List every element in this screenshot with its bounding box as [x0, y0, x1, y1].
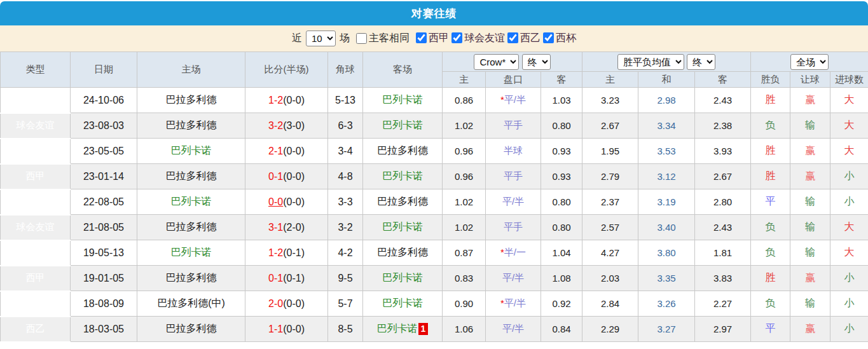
home-team-name: 巴拉多利德: [166, 94, 217, 105]
match-type-cell: 球会友谊: [1, 291, 71, 317]
score-fulltime: 1-2: [268, 95, 283, 106]
handicap-text: 平/半: [502, 196, 524, 207]
avg-away-cell: 2.80: [695, 189, 751, 215]
handicap-cell: *平/半: [486, 291, 541, 317]
corners-cell: 3-3: [328, 189, 363, 215]
match-type-cell: 西甲: [1, 266, 71, 291]
league-checkbox[interactable]: [507, 32, 518, 43]
avg-draw-cell: 3.19: [638, 189, 695, 215]
league-filter-3[interactable]: 西乙: [506, 32, 541, 43]
handicap-cell: 平手: [486, 164, 541, 189]
score-halftime: (0-1): [283, 273, 305, 284]
col-header-corners: 角球: [328, 52, 363, 88]
away-team-name: 巴列卡诺: [377, 323, 418, 334]
avg-home-cell: 2.29: [582, 317, 638, 342]
away-team-name: 巴列卡诺: [382, 272, 423, 283]
league-filters: 西甲球会友谊西乙西杯: [413, 32, 576, 45]
odds-time-select[interactable]: 终: [522, 54, 551, 70]
score-cell: 1-1(0-0): [245, 317, 328, 342]
handicap-text: 平手: [504, 221, 523, 232]
filter-bar: 近 10 场 主客相同 西甲球会友谊西乙西杯: [0, 25, 868, 51]
away-team-cell: 巴列卡诺1: [363, 317, 443, 342]
subcol-result-wdl: 胜负: [751, 72, 790, 88]
handicap-text: 半球: [504, 145, 523, 156]
odds-company-select[interactable]: Crow*: [474, 54, 519, 70]
home-team-cell: 巴拉多利德: [137, 164, 245, 189]
away-team-cell: 巴列卡诺: [363, 113, 443, 139]
score-cell: 3-2(3-0): [245, 113, 328, 139]
avg-draw-cell: 3.35: [638, 266, 695, 291]
league-checkbox[interactable]: [451, 32, 462, 43]
result-wdl-cell: 平: [751, 189, 790, 215]
handicap-cell: 平/半: [486, 189, 541, 215]
league-filter-1[interactable]: 西甲: [415, 32, 449, 43]
avg-draw-cell: 3.12: [638, 164, 695, 189]
subcol-odds-handicap: 盘口: [486, 72, 541, 88]
away-team-name: 巴列卡诺: [382, 94, 423, 105]
league-checkbox[interactable]: [543, 32, 554, 43]
handicap-cell: *平/半: [486, 88, 541, 113]
odds-away-cell: 0.93: [541, 139, 582, 164]
table-row: 西乙 18-03-05 巴拉多利德 1-1(0-0) 8-5 巴列卡诺1 1.0…: [1, 317, 868, 342]
avg-home-cell: 2.03: [582, 266, 638, 291]
result-group-header: 全场: [751, 52, 868, 72]
avg-home-cell: 2.84: [582, 291, 638, 317]
corners-cell: 8-5: [328, 317, 363, 342]
league-filter-4[interactable]: 西杯: [542, 32, 576, 43]
score-cell: 0-1(0-0): [245, 164, 328, 189]
away-team-cell: 巴拉多利德: [363, 139, 443, 164]
result-goals-cell: 大: [830, 113, 868, 139]
score-cell: 0-1(0-1): [245, 266, 328, 291]
handicap-cell: 平手: [486, 113, 541, 139]
away-team-name: 巴拉多利德: [377, 196, 428, 207]
match-date-cell: 18-03-05: [71, 317, 137, 342]
scope-select[interactable]: 全场: [790, 54, 829, 70]
odds-away-cell: 1.04: [541, 240, 582, 266]
result-handicap-cell: 输: [790, 215, 830, 240]
avg-draw-cell: 3.26: [638, 291, 695, 317]
subcol-avg-draw: 和: [638, 72, 695, 88]
home-team-cell: 巴列卡诺: [137, 189, 245, 215]
away-team-name: 巴列卡诺: [382, 298, 423, 308]
avg-home-cell: 2.67: [582, 113, 638, 139]
handicap-text: 平/半: [504, 298, 526, 308]
avg-time-select[interactable]: 终: [687, 54, 715, 70]
home-team-name: 巴拉多利德: [166, 120, 217, 130]
odds-away-cell: 0.92: [541, 291, 582, 317]
result-goals-cell: 大: [830, 88, 868, 113]
home-team-name: 巴列卡诺: [171, 247, 212, 257]
score-cell: 1-2(0-0): [245, 88, 328, 113]
score-halftime: (0-0): [283, 95, 305, 106]
subcol-avg-home: 主: [582, 72, 638, 88]
section-header: 对赛往绩: [0, 1, 868, 25]
result-handicap-cell: 输: [790, 291, 830, 317]
score-halftime: (0-0): [283, 196, 305, 207]
match-date-cell: 24-10-06: [71, 88, 137, 113]
odds-away-cell: 0.93: [541, 164, 582, 189]
avg-group-header: 胜平负均值 终: [582, 52, 751, 72]
score-cell: 1-2(0-1): [245, 240, 328, 266]
handicap-text: 平/半: [504, 94, 526, 105]
corners-cell: 3-2: [328, 215, 363, 240]
league-filter-2[interactable]: 球会友谊: [450, 32, 505, 43]
avg-home-cell: 2.37: [582, 189, 638, 215]
avg-type-select[interactable]: 胜平负均值: [617, 54, 684, 70]
score-halftime: (0-1): [283, 247, 305, 258]
match-date-cell: 19-05-13: [71, 240, 137, 266]
league-checkbox[interactable]: [416, 32, 427, 43]
home-team-name: 巴列卡诺: [171, 196, 212, 207]
result-goals-cell: 小: [830, 189, 868, 215]
match-date-cell: 22-08-05: [71, 189, 137, 215]
corners-cell: 3-4: [328, 139, 363, 164]
handicap-cell: 平/半: [486, 266, 541, 291]
result-wdl-cell: 胜: [751, 139, 790, 164]
result-handicap-cell: 赢: [790, 266, 830, 291]
score-halftime: (2-0): [283, 222, 305, 233]
home-team-name: 巴拉多利德: [166, 221, 217, 232]
away-team-name: 巴拉多利德: [377, 145, 428, 156]
table-row: 球会友谊 18-08-09 巴拉多利德(中) 2-0(0-0) 5-7 巴列卡诺…: [1, 291, 868, 317]
history-table: 类型 日期 主场 比分(半场) 角球 客场 Crow* 终 胜平负均值 终: [0, 51, 868, 343]
same-venue-checkbox[interactable]: [356, 33, 367, 44]
score-fulltime[interactable]: 0-0: [268, 196, 283, 207]
recent-count-select[interactable]: 10: [306, 31, 336, 46]
